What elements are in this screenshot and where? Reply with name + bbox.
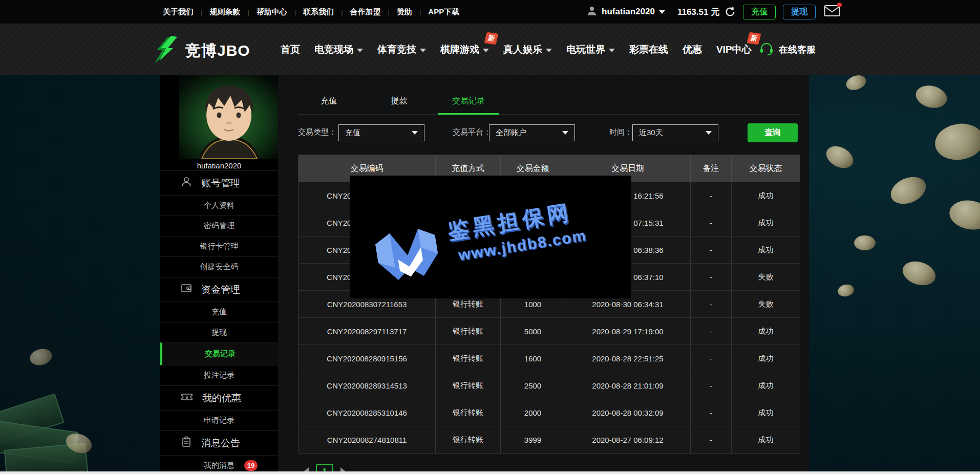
- search-button[interactable]: 查询: [748, 123, 798, 142]
- coin-decor: [900, 257, 939, 289]
- separator: |: [201, 8, 202, 16]
- nav-item-3[interactable]: 新 棋牌游戏: [440, 43, 489, 56]
- topbar-link-1[interactable]: 规则条款: [209, 7, 240, 17]
- column-header: 交易状态: [732, 155, 800, 182]
- new-badge: 新: [747, 32, 761, 45]
- table-row: CNY202008297113717银行转账50002020-08-29 17:…: [299, 317, 800, 344]
- sidebar-item[interactable]: 创建安全码: [160, 256, 278, 277]
- refresh-icon[interactable]: [725, 6, 736, 17]
- withdraw-button[interactable]: 提现: [783, 5, 816, 19]
- table-row: CNY202008289314513银行转账25002020-08-28 21:…: [299, 372, 800, 399]
- sidebar-section-header[interactable]: 资金管理: [160, 277, 278, 301]
- watermark-overlay: 鉴黑担保网 www.jhdb8.com: [350, 176, 631, 298]
- table-cell: 银行转账: [436, 426, 501, 453]
- topbar-link-6[interactable]: APP下载: [428, 7, 459, 17]
- coin-decor: [913, 82, 949, 111]
- coin-decor: [947, 197, 980, 232]
- sidebar-item[interactable]: 充值: [160, 301, 278, 322]
- coin-decor: [822, 142, 857, 173]
- table-cell: -: [691, 209, 732, 236]
- table-cell: 2020-08-28 22:51:25: [565, 345, 691, 372]
- topbar-link-2[interactable]: 帮助中心: [257, 7, 287, 17]
- nav-item-6[interactable]: 彩票在线: [629, 43, 668, 56]
- nav-item-0[interactable]: 首页: [281, 43, 300, 56]
- type-select[interactable]: 充值: [338, 124, 424, 141]
- chevron-down-icon: [420, 49, 426, 52]
- nav-item-2[interactable]: 体育竞技: [377, 43, 426, 56]
- table-cell: 银行转账: [436, 372, 501, 399]
- platform-select[interactable]: 全部账户: [489, 124, 575, 141]
- table-cell: 2020-08-28 00:32:09: [565, 399, 691, 426]
- brand-text: 竞博JBO: [185, 40, 250, 61]
- mail-icon[interactable]: [824, 5, 840, 19]
- table-row: CNY202008274810811银行转账39992020-08-27 06:…: [299, 426, 800, 453]
- separator: |: [341, 8, 343, 16]
- ticket-icon: ¥: [181, 394, 193, 404]
- topbar-link-3[interactable]: 联系我们: [303, 7, 334, 17]
- online-service[interactable]: 在线客服: [759, 24, 816, 75]
- avatar: [179, 75, 278, 159]
- nav-item-1[interactable]: 电竞现场: [314, 43, 363, 56]
- table-cell: CNY202008285310146: [299, 399, 436, 426]
- balance: 1163.51 元: [677, 6, 719, 18]
- table-cell: CNY202008280915156: [299, 345, 436, 372]
- nav-item-4[interactable]: 真人娱乐: [503, 43, 552, 56]
- separator: |: [294, 8, 296, 16]
- table-cell: -: [691, 318, 732, 344]
- table-cell: -: [691, 426, 732, 453]
- platform-label: 交易平台：: [453, 127, 491, 137]
- table-cell: 2000: [501, 399, 565, 426]
- table-row: CNY202008280915156银行转账16002020-08-28 22:…: [299, 344, 800, 372]
- coin-decor: [854, 235, 876, 250]
- tab-0[interactable]: 充值: [298, 91, 359, 115]
- sidebar-item[interactable]: 银行卡管理: [160, 236, 278, 256]
- username: hufatian2020: [602, 7, 655, 17]
- sidebar-item[interactable]: 提现: [160, 322, 278, 342]
- chevron-down-icon: [659, 10, 665, 14]
- chevron-down-icon: [609, 49, 615, 52]
- table-cell: 成功: [732, 426, 800, 453]
- topbar-link-4[interactable]: 合作加盟: [350, 7, 381, 17]
- sidebar-item[interactable]: 个人资料: [160, 195, 278, 216]
- sidebar-item[interactable]: 交易记录: [160, 342, 278, 365]
- brand-logo[interactable]: 竞博JBO: [154, 35, 250, 67]
- table-cell: -: [691, 399, 732, 426]
- sidebar: hufatian2020 账号管理 个人资料 密码管理 银行卡管理 创建安全码 …: [160, 75, 278, 474]
- sidebar-section-header[interactable]: 账号管理: [160, 170, 278, 195]
- recharge-button[interactable]: 充值: [743, 5, 776, 19]
- service-label: 在线客服: [779, 44, 816, 56]
- sidebar-item[interactable]: 密码管理: [160, 216, 278, 236]
- table-cell: 5000: [501, 318, 565, 344]
- topbar-link-5[interactable]: 赞助: [397, 7, 412, 17]
- chevron-down-icon: [357, 49, 363, 52]
- table-cell: 银行转账: [436, 399, 501, 426]
- coin-decor: [886, 171, 930, 209]
- sidebar-item[interactable]: 申请记录: [160, 410, 278, 430]
- nav-item-7[interactable]: 优惠: [683, 43, 702, 56]
- table-cell: CNY202008297113717: [299, 318, 436, 344]
- topbar-links: 关于我们|规则条款|帮助中心|联系我们|合作加盟|赞助|APP下载: [163, 7, 459, 17]
- sidebar-section-header[interactable]: ¥ 我的优惠: [160, 385, 278, 410]
- table-cell: 银行转账: [436, 345, 501, 372]
- chevron-down-icon: [706, 131, 712, 135]
- table-cell: -: [691, 291, 732, 317]
- table-row: CNY202008285310146银行转账20002020-08-28 00:…: [299, 399, 800, 426]
- topbar-link-0[interactable]: 关于我们: [163, 7, 194, 17]
- bottom-strip: [0, 471, 980, 474]
- tab-1[interactable]: 提款: [365, 91, 434, 115]
- chevron-down-icon: [412, 131, 418, 135]
- tab-2[interactable]: 交易记录: [438, 91, 499, 115]
- chevron-down-icon: [483, 49, 489, 52]
- nav-item-8[interactable]: 新 VIP中心: [716, 43, 752, 56]
- time-select[interactable]: 近30天: [632, 124, 718, 141]
- separator: |: [388, 8, 390, 16]
- notification-dot: [837, 3, 842, 7]
- sidebar-section-header[interactable]: 消息公告: [160, 430, 278, 455]
- sidebar-item[interactable]: 投注记录: [160, 365, 278, 385]
- table-cell: 3999: [501, 426, 565, 453]
- user-menu[interactable]: hufatian2020: [586, 5, 665, 18]
- tab-bar: 充值提款交易记录: [298, 91, 800, 115]
- table-cell: 1600: [501, 345, 565, 372]
- jbo-logo-icon: [154, 35, 180, 67]
- nav-item-5[interactable]: 电玩世界: [566, 43, 615, 56]
